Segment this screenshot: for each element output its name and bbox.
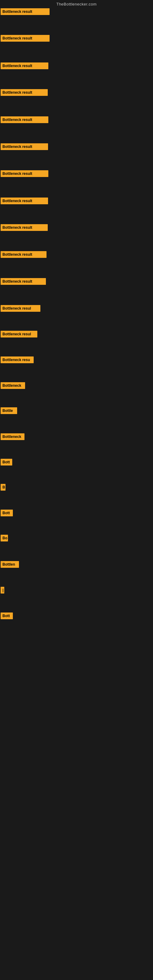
bottleneck-bar-row: Bottleneck result [1,170,48,178]
bottleneck-bar: Bottleneck result [1,143,48,150]
bottleneck-bar: Bottleneck result [1,116,48,123]
bottleneck-bar: Bott [1,459,12,466]
bottleneck-bar: Bottleneck resu [1,356,33,363]
bars-container: Bottleneck resultBottleneck resultBottle… [0,8,153,980]
bottleneck-bar-row: Bottleneck result [1,143,48,151]
bottleneck-bar-row: Bottleneck resul [1,305,40,313]
bottleneck-bar-row: Bottleneck [1,382,25,390]
bottleneck-bar: Bott [1,510,13,516]
bottleneck-bar-row: Bottleneck [1,433,24,441]
bottleneck-bar-row: Bottleneck result [1,89,48,97]
bottleneck-bar-row: Bottleneck result [1,224,48,232]
bottleneck-bar-row: Bott [1,459,12,467]
bottleneck-bar: | [1,587,4,593]
bottleneck-bar: Bottlen [1,561,19,568]
bottleneck-bar: Bott [1,612,13,619]
bottleneck-bar-row: B [1,484,5,492]
bottleneck-bar-row: Bottleneck result [1,35,49,43]
bottleneck-bar-row: Bott [1,510,13,517]
bottleneck-bar-row: Bottleneck result [1,62,48,70]
bottleneck-bar: Bottleneck [1,382,25,389]
bottleneck-bar-row: Bottleneck resul [1,331,37,339]
bottleneck-bar: Bottleneck result [1,35,49,41]
bottleneck-bar-row: Bottleneck result [1,116,48,124]
bottleneck-bar-row: | [1,587,4,595]
bottleneck-bar: Bottleneck result [1,89,48,96]
site-title: TheBottlenecker.com [0,0,153,8]
bottleneck-bar-row: Bott [1,612,13,620]
bottleneck-bar-row: Bottleneck result [1,197,48,205]
bottleneck-bar-row: Bottleneck result [1,251,46,259]
bottleneck-bar: Bottleneck result [1,278,46,285]
bottleneck-bar-row: Bottleneck resu [1,356,33,364]
bottleneck-bar: Bottleneck [1,433,24,440]
page-wrapper: TheBottlenecker.com Bottleneck resultBot… [0,0,153,980]
bottleneck-bar: B [1,484,5,491]
bottleneck-bar: Bottleneck result [1,8,49,15]
bottleneck-bar-row: Bottleneck result [1,278,46,286]
bottleneck-bar: Bottleneck result [1,224,48,231]
bottleneck-bar: Bottleneck result [1,251,46,258]
bottleneck-bar: Bottleneck result [1,170,48,177]
bottleneck-bar: Bottle [1,407,17,414]
bottleneck-bar: Bottleneck result [1,197,48,204]
bottleneck-bar-row: Bottlen [1,561,19,569]
bottleneck-bar: Bottleneck resul [1,305,40,312]
bottleneck-bar: Bo [1,535,8,541]
bottleneck-bar: Bottleneck result [1,62,48,69]
bottleneck-bar-row: Bo [1,535,8,542]
bottleneck-bar: Bottleneck resul [1,331,37,337]
bottleneck-bar-row: Bottleneck result [1,8,49,16]
bottleneck-bar-row: Bottle [1,407,17,415]
